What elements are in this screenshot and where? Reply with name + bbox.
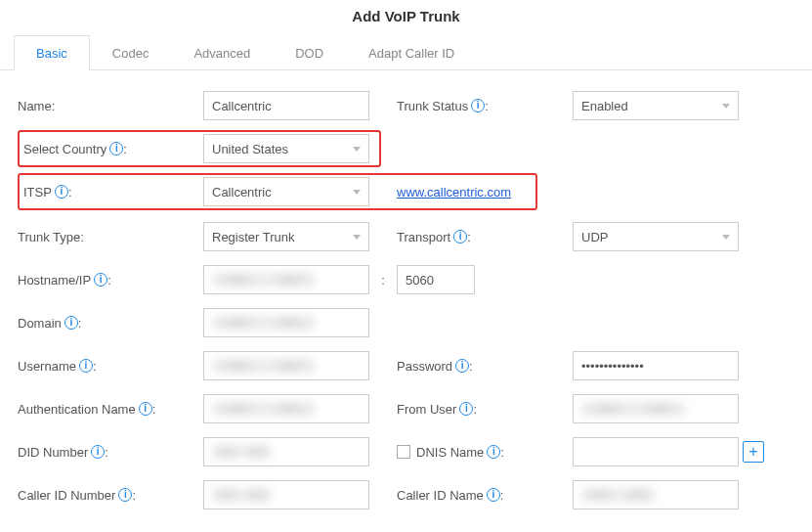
info-icon[interactable] [91,445,105,459]
password-input[interactable] [573,351,739,380]
name-input[interactable] [203,91,369,120]
label-trunk-type: Trunk Type: [18,230,203,244]
add-row-button[interactable]: + [743,441,764,463]
page-title: Add VoIP Trunk [0,0,812,34]
chevron-down-icon [353,190,361,195]
auth-name-input[interactable] [203,394,369,423]
label-hostname: Hostname/IP [18,273,91,288]
label-itsp: ITSP [23,185,52,200]
caller-id-name-input[interactable] [573,480,739,510]
info-icon[interactable] [455,359,469,373]
label-caller-id-number: Caller ID Number [18,488,115,503]
itsp-select[interactable]: Callcentric [203,177,369,206]
chevron-down-icon [353,147,361,152]
info-icon[interactable] [487,445,500,459]
highlight-itsp: ITSP : Callcentric www.callcentric.com [18,173,537,210]
label-did-number: DID Number [18,445,88,460]
info-icon[interactable] [79,359,93,373]
info-icon[interactable] [64,316,78,330]
port-colon: : [369,273,397,288]
trunk-type-select[interactable]: Register Trunk [203,222,369,251]
select-country-select[interactable]: United States [203,134,369,163]
info-icon[interactable] [55,185,68,199]
label-trunk-status: Trunk Status [397,99,468,113]
port-input[interactable] [397,265,475,294]
highlight-select-country: Select Country : United States [18,130,381,167]
domain-input[interactable] [203,308,369,337]
trunk-status-select[interactable]: Enabled [573,91,739,120]
label-name: Name: [18,99,203,113]
chevron-down-icon [722,104,730,109]
label-from-user: From User [397,402,456,417]
label-auth-name: Authentication Name [18,402,136,417]
label-select-country: Select Country [23,142,107,156]
did-number-input[interactable] [203,437,369,466]
tab-adapt-caller-id[interactable]: Adapt Caller ID [346,35,477,70]
hostname-input[interactable] [203,265,369,294]
caller-id-number-input[interactable] [203,480,369,510]
label-username: Username [18,359,76,374]
label-dnis-name: DNIS Name [416,445,484,460]
transport-select[interactable]: UDP [573,222,739,251]
form-body: Name: Trunk Status : Enabled Select Coun… [0,70,812,530]
tab-bar: Basic Codec Advanced DOD Adapt Caller ID [0,34,812,70]
itsp-link[interactable]: www.callcentric.com [397,185,511,200]
label-domain: Domain [18,316,62,331]
info-icon[interactable] [118,488,132,502]
label-caller-id-name: Caller ID Name [397,488,484,503]
info-icon[interactable] [471,99,485,112]
chevron-down-icon [353,235,361,240]
label-transport: Transport [397,230,450,244]
username-input[interactable] [203,351,369,380]
label-password: Password [397,359,452,374]
info-icon[interactable] [139,402,152,416]
from-user-input[interactable] [573,394,739,423]
tab-advanced[interactable]: Advanced [171,35,273,70]
tab-dod[interactable]: DOD [273,35,346,70]
tab-codec[interactable]: Codec [90,35,172,70]
dnis-name-checkbox[interactable] [397,445,410,459]
info-icon[interactable] [453,230,467,244]
info-icon[interactable] [487,488,500,502]
info-icon[interactable] [459,402,473,416]
info-icon[interactable] [94,273,107,287]
tab-basic[interactable]: Basic [14,35,90,70]
info-icon[interactable] [109,142,123,155]
dnis-name-input[interactable] [573,437,739,466]
chevron-down-icon [722,235,730,240]
